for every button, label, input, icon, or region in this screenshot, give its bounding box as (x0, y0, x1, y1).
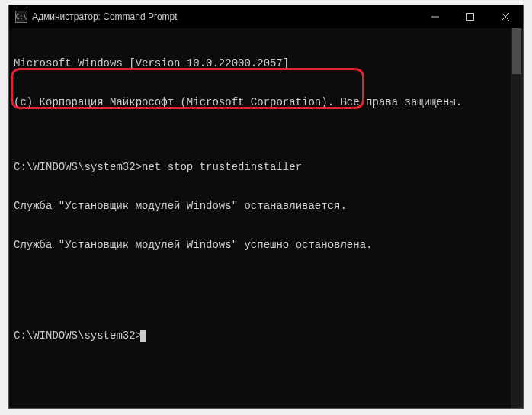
cmd-icon-text: C:\ (16, 14, 27, 21)
output-line: Microsoft Windows [Version 10.0.22000.20… (14, 57, 518, 70)
output-line: (c) Корпорация Майкрософт (Microsoft Cor… (14, 96, 518, 109)
output-line: Служба "Установщик модулей Windows" успе… (14, 239, 518, 252)
output-line: Служба "Установщик модулей Windows" оста… (14, 200, 518, 213)
scrollbar-thumb[interactable] (512, 28, 521, 74)
scrollbar[interactable] (511, 28, 523, 408)
close-button[interactable] (488, 5, 523, 28)
close-icon (502, 13, 509, 21)
minimize-button[interactable] (418, 5, 453, 28)
prompt-line: C:\WINDOWS\system32> (14, 330, 518, 343)
svg-rect-1 (467, 14, 474, 21)
command-prompt-window: C:\ Администратор: Command Prompt Micros… (8, 5, 524, 409)
minimize-icon (431, 13, 439, 21)
cmd-icon: C:\ (15, 11, 27, 23)
prompt-text: C:\WINDOWS\system32> (14, 330, 142, 342)
titlebar[interactable]: C:\ Администратор: Command Prompt (9, 5, 523, 28)
window-title: Администратор: Command Prompt (32, 11, 178, 22)
maximize-icon (466, 13, 474, 21)
cursor (140, 330, 146, 342)
maximize-button[interactable] (453, 5, 488, 28)
prompt-line: C:\WINDOWS\system32>net stop trustedinst… (14, 161, 518, 174)
terminal-area[interactable]: Microsoft Windows [Version 10.0.22000.20… (9, 28, 523, 408)
